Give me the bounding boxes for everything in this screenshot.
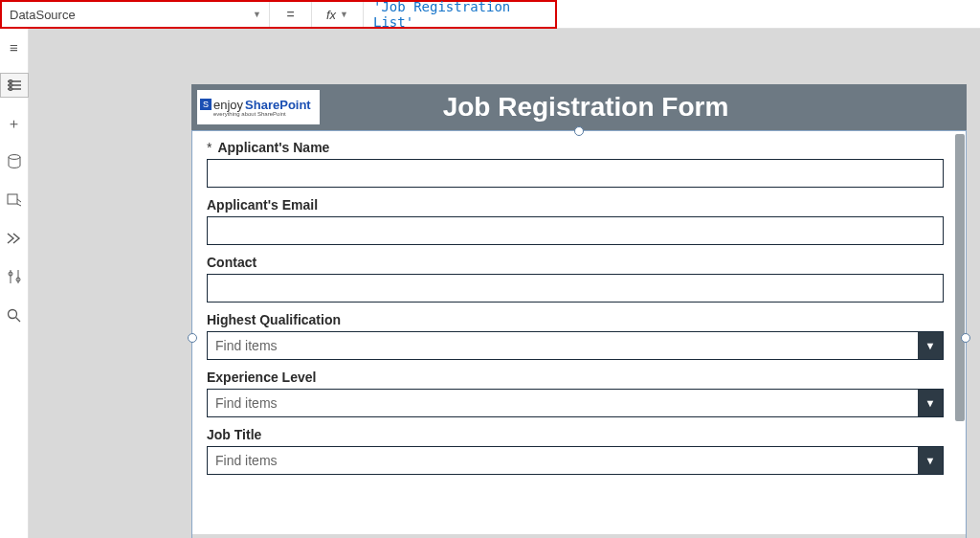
field-job-title: Job Title Find items ▼ <box>207 427 951 475</box>
chevron-down-icon[interactable]: ▼ <box>918 447 943 474</box>
form-title: Job Registration Form <box>333 92 961 123</box>
formula-input[interactable]: 'Job Registration List' <box>364 2 555 27</box>
logo: S enjoySharePoint everything about Share… <box>197 90 320 124</box>
svg-point-3 <box>9 155 20 160</box>
logo-text-sharepoint: SharePoint <box>245 99 311 111</box>
svg-point-7 <box>9 309 17 318</box>
form-scrollbar[interactable] <box>955 134 965 421</box>
field-contact: Contact <box>207 255 951 303</box>
hamburger-icon[interactable]: ≡ <box>0 34 29 59</box>
canvas[interactable]: S enjoySharePoint everything about Share… <box>29 29 980 538</box>
field-label: Highest Qualification <box>207 312 341 327</box>
form-header: S enjoySharePoint everything about Share… <box>191 84 967 130</box>
combo-placeholder: Find items <box>208 338 918 353</box>
tree-view-icon[interactable] <box>0 73 29 98</box>
form-body: * Applicant's Name Applicant's Email Con… <box>191 130 967 534</box>
chevron-down-icon[interactable]: ▼ <box>918 332 943 359</box>
field-label: Contact <box>207 255 256 270</box>
field-label: Experience Level <box>207 370 316 385</box>
property-name: DataSource <box>10 8 76 22</box>
left-rail: ≡ ＋ <box>0 29 29 538</box>
equals-cell: = <box>270 2 312 27</box>
settings-icon[interactable] <box>0 264 29 289</box>
field-label: Job Title <box>207 427 261 442</box>
combo-placeholder: Find items <box>208 453 918 468</box>
combo-placeholder: Find items <box>208 395 918 411</box>
field-experience-level: Experience Level Find items ▼ <box>207 370 951 417</box>
workspace: ≡ ＋ S enjoySharePoint <box>0 29 980 538</box>
data-icon[interactable] <box>0 149 29 174</box>
field-label: Applicant's Name <box>217 140 329 155</box>
formula-bar: DataSource ▼ = fx ▼ 'Job Registration Li… <box>0 0 980 29</box>
formula-bar-highlight: DataSource ▼ = fx ▼ 'Job Registration Li… <box>0 0 557 29</box>
property-selector[interactable]: DataSource ▼ <box>2 2 270 27</box>
media-icon[interactable] <box>0 188 29 213</box>
required-star: * <box>207 140 212 155</box>
search-icon[interactable] <box>0 303 29 327</box>
logo-tagline: everything about SharePoint <box>200 111 286 117</box>
form-card[interactable]: S enjoySharePoint everything about Share… <box>191 84 967 534</box>
chevron-down-icon: ▼ <box>253 10 261 19</box>
svg-line-8 <box>16 317 21 322</box>
highest-qualification-combo[interactable]: Find items ▼ <box>207 331 944 360</box>
applicant-email-input[interactable] <box>207 216 944 245</box>
chevron-down-icon[interactable]: ▼ <box>918 390 943 416</box>
field-label: Applicant's Email <box>207 197 318 213</box>
insert-icon[interactable]: ＋ <box>0 111 29 136</box>
chevron-down-icon: ▼ <box>340 10 348 19</box>
power-automate-icon[interactable] <box>0 226 29 251</box>
field-applicant-name: * Applicant's Name <box>207 140 951 188</box>
experience-level-combo[interactable]: Find items ▼ <box>207 389 944 417</box>
fx-button[interactable]: fx ▼ <box>312 2 364 27</box>
field-applicant-email: Applicant's Email <box>207 197 951 245</box>
logo-square-icon: S <box>200 99 212 110</box>
applicant-name-input[interactable] <box>207 159 944 188</box>
field-highest-qualification: Highest Qualification Find items ▼ <box>207 312 951 360</box>
svg-rect-4 <box>8 194 17 204</box>
contact-input[interactable] <box>207 274 944 303</box>
logo-text-enjoy: enjoy <box>213 99 243 111</box>
fx-label: fx <box>326 8 336 22</box>
job-title-combo[interactable]: Find items ▼ <box>207 446 944 475</box>
